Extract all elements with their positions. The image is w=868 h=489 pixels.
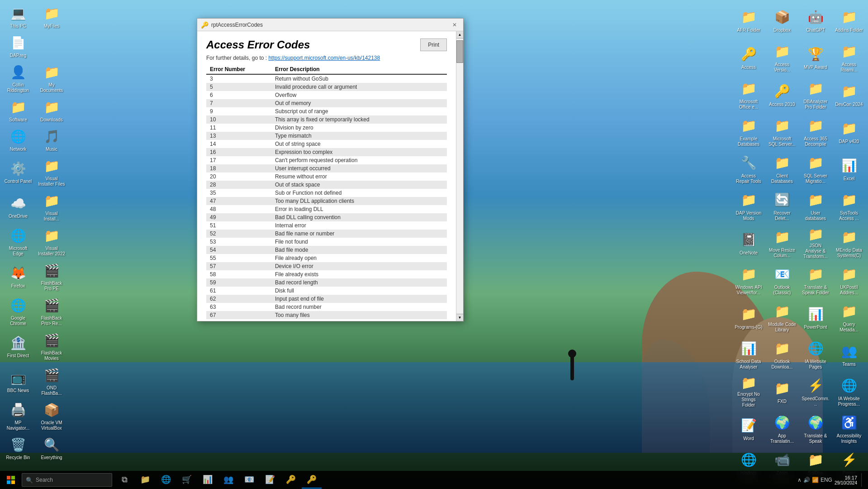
icon-downloads[interactable]: 📁 Downloads	[36, 96, 67, 125]
icon-json-analyse[interactable]: 📁 JSON Analyse & Transform...	[800, 225, 831, 261]
icon-ms-edge[interactable]: 🌐 Microsoft Edge	[2, 225, 34, 259]
print-button[interactable]: Print	[420, 38, 447, 51]
icon-example-db[interactable]: 📁 Example Databases	[733, 114, 764, 150]
icon-dbanalyzer[interactable]: 📁 DBAnalyzer Pro Folder	[800, 77, 831, 113]
taskbar-file-explorer[interactable]: 📁	[135, 471, 155, 489]
icon-sql-migration[interactable]: 📁 SQL Server Migratio...	[800, 151, 831, 187]
icon-ia-website-pages[interactable]: 🌐 IA Website Pages	[800, 336, 831, 373]
icon-word[interactable]: 📝 Word	[733, 411, 764, 447]
icon-outlook-classic[interactable]: 📧 Outlook (Classic)	[766, 262, 798, 298]
icon-ms-office-e[interactable]: 📁 Microsoft Office e...	[733, 77, 764, 113]
icon-school-data-analyser[interactable]: 📊 School Data Analyser	[733, 336, 764, 373]
icon-chrome[interactable]: 🌐 Google Chrome	[2, 294, 34, 328]
taskbar-show-desktop[interactable]	[861, 473, 863, 487]
icon-firefox[interactable]: 🦊 Firefox	[2, 259, 34, 293]
taskbar-access-taskbar[interactable]: 🔑	[281, 471, 301, 489]
icon-flashback-player[interactable]: 🎬 FlashBack Pro PE	[36, 259, 67, 293]
icon-excel[interactable]: 📊 Excel	[833, 151, 865, 187]
taskbar-ms365[interactable]: 📊	[198, 471, 218, 489]
icon-access-version[interactable]: 📁 Access Versio...	[766, 39, 798, 76]
icon-my-documents[interactable]: 📁 My Documents	[36, 61, 67, 95]
icon-systools-access[interactable]: 📁 SysTools Access ...	[833, 188, 865, 224]
taskbar-outlook-taskbar[interactable]: 📧	[239, 471, 259, 489]
icon-module-code-lib[interactable]: 📁 Modulle Code Library	[766, 299, 798, 336]
icon-music[interactable]: 🎵 Music	[36, 125, 67, 154]
icon-programs-g[interactable]: 📁 Programs-(G)	[733, 299, 764, 336]
icon-access-repair[interactable]: 🔧 Access Repair Tools	[733, 151, 764, 187]
taskbar-search[interactable]: 🔍 Search	[22, 473, 112, 487]
taskbar-word-taskbar[interactable]: 📝	[260, 471, 280, 489]
icon-access365[interactable]: 📁 Access 365 Decompile	[800, 114, 831, 150]
icon-ond-flashback[interactable]: 🎬 OND FlashBa...	[36, 364, 67, 398]
icon-translate-speak[interactable]: 🌍 Translate & Speak	[800, 411, 831, 447]
taskbar-task-view[interactable]: ⧉	[114, 471, 134, 489]
icon-network[interactable]: 🌐 Network	[2, 125, 34, 154]
icon-accessibility-insights[interactable]: ♿ Accessibility Insights	[833, 411, 865, 447]
icon-query-metadata[interactable]: 📁 Query Metada...	[833, 299, 865, 336]
icon-windows-api[interactable]: 📁 Windows API Viewer/for...	[733, 262, 764, 298]
taskbar-volume-icon[interactable]: 🔊	[803, 477, 810, 483]
taskbar-edge[interactable]: 🌐	[156, 471, 176, 489]
taskbar-lang-label[interactable]: ENG	[821, 477, 832, 483]
scrollbar-down-arrow[interactable]: ▼	[456, 314, 463, 321]
icon-visual-install[interactable]: 📁 Visual Install...	[36, 190, 67, 224]
icon-dapv420[interactable]: 📁 DAP v420	[833, 114, 865, 150]
icon-powerpoint[interactable]: 📊 PowerPoint	[800, 299, 831, 336]
taskbar-teams-taskbar[interactable]: 👥	[218, 471, 238, 489]
icon-recover-delete[interactable]: 🔄 Recover Delet...	[766, 188, 798, 224]
icon-ia-website-progress[interactable]: 🌐 IA Website Progress...	[833, 374, 865, 410]
icon-mendip-data[interactable]: 📁 MEndip Data Systems(C)	[833, 225, 865, 261]
icon-bbcnews[interactable]: 📺 BBC News	[2, 364, 34, 398]
taskbar-network-icon[interactable]: 📶	[812, 477, 819, 483]
icon-onenote[interactable]: 📓 OneNote	[733, 225, 764, 261]
icon-firstdirect[interactable]: 🏦 First Direct	[2, 329, 34, 363]
scrollbar-thumb[interactable]	[456, 40, 463, 63]
icon-recycle-bin[interactable]: 🗑️ Recycle Bin	[2, 434, 34, 462]
icon-speedcomm[interactable]: ⚡ SpeedComm...	[800, 374, 831, 410]
report-link[interactable]: https://support.microsoft.com/en-us/kb/1…	[268, 55, 380, 61]
icon-app-translatin[interactable]: 🌍 App Translatin...	[766, 411, 798, 447]
scrollbar[interactable]: ▲ ▼	[456, 31, 463, 321]
icon-access-right[interactable]: 🔑 Access	[733, 39, 764, 76]
icon-teams[interactable]: 👥 Teams	[833, 336, 865, 373]
icon-visual-installer-2022[interactable]: 📁 Visual Installer 2022	[36, 225, 67, 259]
start-button[interactable]	[0, 471, 22, 489]
icon-visual-installer-files[interactable]: 📁 Visual Installer Files	[36, 155, 67, 189]
icon-access-2010[interactable]: 🔑 Access 2010	[766, 77, 798, 113]
icon-addins-folder[interactable]: 📁 Addins Folder	[833, 2, 865, 38]
icon-collin[interactable]: 👤 Collin Riddington	[2, 61, 34, 95]
icon-ms-sql[interactable]: 📁 Microsoft SQL Server...	[766, 114, 798, 150]
icon-oracle-vm[interactable]: 📦 Oracle VM VirtualBox	[36, 399, 67, 433]
icon-user-databases[interactable]: 📁 User databases	[800, 188, 831, 224]
icon-everything[interactable]: 🔍 Everything	[36, 434, 67, 462]
icon-dap-mods[interactable]: 📁 DAP Version Mods	[733, 188, 764, 224]
taskbar-access-active[interactable]: 🔑	[302, 471, 322, 489]
icon-myfiles[interactable]: 📁 MyFiles	[36, 2, 67, 31]
icon-dap-reg[interactable]: 📄 DAP.reg	[2, 32, 34, 60]
icon-fxd[interactable]: 📁 FXD	[766, 374, 798, 410]
icon-mvp-award[interactable]: 🏆 MVP Award	[800, 39, 831, 76]
icon-dropbox[interactable]: 📦 Dropbox	[766, 2, 798, 38]
icon-afr-folder[interactable]: 📁 AFR Folder	[733, 2, 764, 38]
icon-ukpostii[interactable]: 📁 UKPostII Addres...	[833, 262, 865, 298]
taskbar-up-arrow[interactable]: ∧	[797, 477, 802, 483]
icon-software[interactable]: 📁 Software	[2, 96, 34, 125]
icon-access-roaming[interactable]: 📁 Access Roami...	[833, 39, 865, 76]
taskbar-store[interactable]: 🛒	[177, 471, 197, 489]
taskbar-clock[interactable]: 16:17 29/10/2024	[835, 475, 857, 485]
icon-this-pc[interactable]: 💻 This PC	[2, 2, 34, 31]
icon-devcon2024[interactable]: 📁 DevCon 2024	[833, 77, 865, 113]
icon-move-resize[interactable]: 📁 Move Resize Colum...	[766, 225, 798, 261]
dialog-content-area[interactable]: Access Error Codes Print For further det…	[197, 31, 456, 321]
icon-chatgpt[interactable]: 🤖 ChatGPT	[800, 2, 831, 38]
icon-onedrive[interactable]: ☁️ OneDrive	[2, 190, 34, 224]
icon-encrypt-no-strings[interactable]: 📁 Encrypt No Strings Folder	[733, 374, 764, 410]
icon-client-db[interactable]: 📁 Client Databases	[766, 151, 798, 187]
icon-flashback-re[interactable]: 🎬 FlashBack Pro> Re...	[36, 294, 67, 328]
dialog-close-button[interactable]: ✕	[450, 20, 460, 29]
icon-translate-speak-folder[interactable]: 📁 Translate & Speak Folder	[800, 262, 831, 298]
icon-control-panel[interactable]: ⚙️ Control Panel	[2, 155, 34, 189]
scrollbar-up-arrow[interactable]: ▲	[456, 31, 463, 38]
icon-outlook-download[interactable]: 📁 Outlook Downloa...	[766, 336, 798, 373]
icon-mp-navigator[interactable]: 🖨️ MP Navigator...	[2, 399, 34, 433]
